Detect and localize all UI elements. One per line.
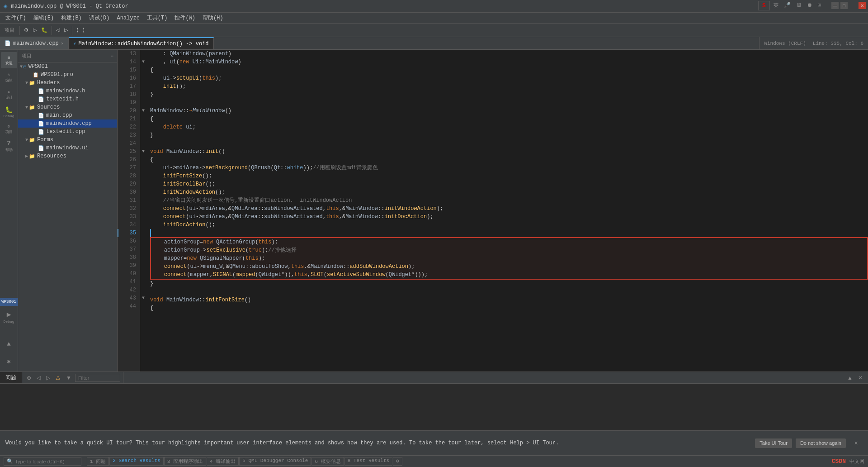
line-num-41: 41 xyxy=(118,278,136,286)
toolbar-prev-bookmark[interactable]: ⟨ xyxy=(75,26,80,34)
filter-input[interactable] xyxy=(75,374,120,382)
csdn-brand: CSDN xyxy=(832,458,846,465)
code-line-18: } xyxy=(150,91,868,99)
code-line-34: initDocAction(); xyxy=(150,221,868,229)
bottom-expand-btn[interactable]: ✕ xyxy=(856,375,864,381)
tree-item-forms[interactable]: ▼ 📁 Forms xyxy=(18,136,117,144)
code-area: 13 14 15 16 17 18 19 20 21 22 23 24 25 2… xyxy=(118,50,868,372)
sidebar-item-edit[interactable]: ✎ 编辑 xyxy=(1,69,17,86)
code-content[interactable]: : QMainWindow(parent) , ui(new Ui::MainW… xyxy=(146,50,868,372)
bottom-toolbar-add[interactable]: ⊕ xyxy=(25,375,33,381)
toolbar-kitselect[interactable]: ⚙ xyxy=(22,26,30,34)
tree-item-wps001pro[interactable]: 📋 WPS001.pro xyxy=(18,71,117,79)
minimize-button[interactable]: — xyxy=(831,2,839,9)
tree-item-textedit-h[interactable]: 📄 textedit.h xyxy=(18,95,117,103)
tab-mainwindow-cpp[interactable]: 📄 mainwindow.cpp ✕ xyxy=(0,37,69,49)
sidebar-item-help[interactable]: ? 帮助 xyxy=(1,138,17,154)
fold-25[interactable]: ▼ xyxy=(140,148,146,156)
project-name-badge[interactable]: WPS001 xyxy=(0,298,19,306)
status-item-summary[interactable]: 6 概要信息 xyxy=(311,457,344,466)
tree-label-resources: Resources xyxy=(37,153,66,159)
toolbar-debug-run[interactable]: 🐛 xyxy=(39,26,49,34)
line-num-25: 25 xyxy=(118,148,136,156)
code-line-22: delete ui; xyxy=(150,123,868,131)
tree-label-sources: Sources xyxy=(37,104,60,110)
tree-arrow-wps001: ▼ xyxy=(20,64,23,69)
fold-37 xyxy=(140,245,146,253)
notification-close-button[interactable]: ✕ xyxy=(849,438,863,448)
bottom-tab-issues[interactable]: 问题 xyxy=(0,372,22,383)
fold-43[interactable]: ▼ xyxy=(140,294,146,302)
bottom-collapse-btn[interactable]: ▲ xyxy=(845,375,854,381)
bottom-toolbar-filter[interactable]: ▼ xyxy=(64,375,73,381)
fold-13 xyxy=(140,50,146,58)
tree-item-sources[interactable]: ▼ 📁 Sources xyxy=(18,103,117,111)
bottom-toolbar-next[interactable]: ▷ xyxy=(44,375,52,381)
bottom-tabs-right: ▲ ✕ xyxy=(845,375,868,381)
fold-14[interactable]: ▼ xyxy=(140,58,146,66)
line-num-33: 33 xyxy=(118,213,136,221)
menu-file[interactable]: 文件(F) xyxy=(2,13,30,23)
menu-controls[interactable]: 控件(W) xyxy=(171,13,199,23)
tab-addsubwindowaction[interactable]: ⚡ MainWindow::addSubWindowAction() -> vo… xyxy=(69,37,214,49)
locate-input[interactable] xyxy=(15,459,78,464)
sidebar-item-projects[interactable]: ⚙ 项目 xyxy=(1,121,17,137)
tree-item-mainwindowcpp[interactable]: 📄 mainwindow.cpp xyxy=(18,119,117,128)
status-item-qml-debug[interactable]: 5 QML Debugger Console xyxy=(239,457,311,466)
tree-label-wps001: WPS001 xyxy=(28,63,48,70)
code-line-23: } xyxy=(150,131,868,139)
sidebar-item-debug2[interactable]: ▶ Debug xyxy=(1,309,17,325)
record-icon: ⏺ xyxy=(805,1,814,10)
toolbar-next-bookmark[interactable]: ⟩ xyxy=(81,26,86,34)
dismiss-button[interactable]: Do not show again xyxy=(796,438,846,448)
tree-item-texteditcpp[interactable]: 📄 textedit.cpp xyxy=(18,128,117,136)
status-item-test-results[interactable]: 8 Test Results xyxy=(344,457,392,466)
tree-item-mainwindowui[interactable]: 📄 mainwindow.ui xyxy=(18,144,117,152)
toolbar-run[interactable]: ▷ xyxy=(31,26,38,34)
menu-build[interactable]: 构建(B) xyxy=(57,13,85,23)
bottom-tabs-left: 问题 ⊕ ◁ ▷ ⚠ ▼ xyxy=(0,372,123,383)
status-item-search-results[interactable]: 2 Search Results xyxy=(109,457,164,466)
tab-close-button[interactable]: ✕ xyxy=(61,41,64,46)
tree-item-maincpp[interactable]: 📄 main.cpp xyxy=(18,111,117,119)
tree-item-mainwindowh[interactable]: 📄 mainwindow.h xyxy=(18,87,117,95)
close-button[interactable]: ✕ xyxy=(859,2,866,9)
fold-20[interactable]: ▼ xyxy=(140,107,146,115)
sidebar-item-bottom2[interactable]: ✱ xyxy=(1,353,17,369)
tree-item-resources[interactable]: ▶ 📁 Resources xyxy=(18,152,117,160)
tree-item-wps001[interactable]: ▼ ⊞ WPS001 xyxy=(18,62,117,71)
status-item-issues[interactable]: 1 问题 xyxy=(87,457,109,466)
menu-edit[interactable]: 编辑(E) xyxy=(30,13,58,23)
code-line-30: initWindowAction(); xyxy=(150,188,868,196)
sidebar-item-welcome[interactable]: ⊞ 欢迎 xyxy=(1,52,17,68)
maximize-button[interactable]: □ xyxy=(840,2,848,9)
bottom-toolbar-warning[interactable]: ⚠ xyxy=(54,375,62,381)
menu-help[interactable]: 帮助(H) xyxy=(199,13,227,23)
edit-icon: ✎ xyxy=(8,72,10,77)
line-num-15: 15 xyxy=(118,66,136,74)
menu-tools[interactable]: 工具(T) xyxy=(143,13,171,23)
menu-debug[interactable]: 调试(D) xyxy=(85,13,113,23)
status-item-settings[interactable]: ⚙ xyxy=(393,457,402,466)
bottom-toolbar-prev[interactable]: ◁ xyxy=(35,375,42,381)
code-line-35 xyxy=(150,229,868,237)
line-num-39: 39 xyxy=(118,262,136,270)
project-label: 项目 xyxy=(2,27,17,33)
code-line-14: , ui(new Ui::MainWindow) xyxy=(150,58,868,66)
status-item-app-output[interactable]: 3 应用程序输出 xyxy=(164,457,206,466)
take-tour-button[interactable]: Take UI Tour xyxy=(755,438,792,448)
toolbar-forward[interactable]: ▷ xyxy=(62,26,70,34)
filetree-options[interactable]: ⋯ xyxy=(111,53,113,59)
toolbar-back[interactable]: ◁ xyxy=(54,26,61,34)
sidebar-item-design[interactable]: ◈ 设计 xyxy=(1,86,17,103)
toolbar-separator-3 xyxy=(72,26,72,35)
code-line-13: : QMainWindow(parent) xyxy=(150,50,868,58)
line-num-28: 28 xyxy=(118,172,136,180)
notification-text: Would you like to take a quick UI tour? … xyxy=(5,440,755,446)
tree-item-headers[interactable]: ▼ 📁 Headers xyxy=(18,79,117,87)
sidebar-item-bottom1[interactable]: ▲ xyxy=(1,336,17,352)
menu-analyze[interactable]: Analyze xyxy=(113,14,143,22)
sidebar-item-debug[interactable]: 🐛 Debug xyxy=(1,104,17,120)
status-item-compile-output[interactable]: 4 编译输出 xyxy=(207,457,239,466)
help-icon: ? xyxy=(7,140,10,147)
